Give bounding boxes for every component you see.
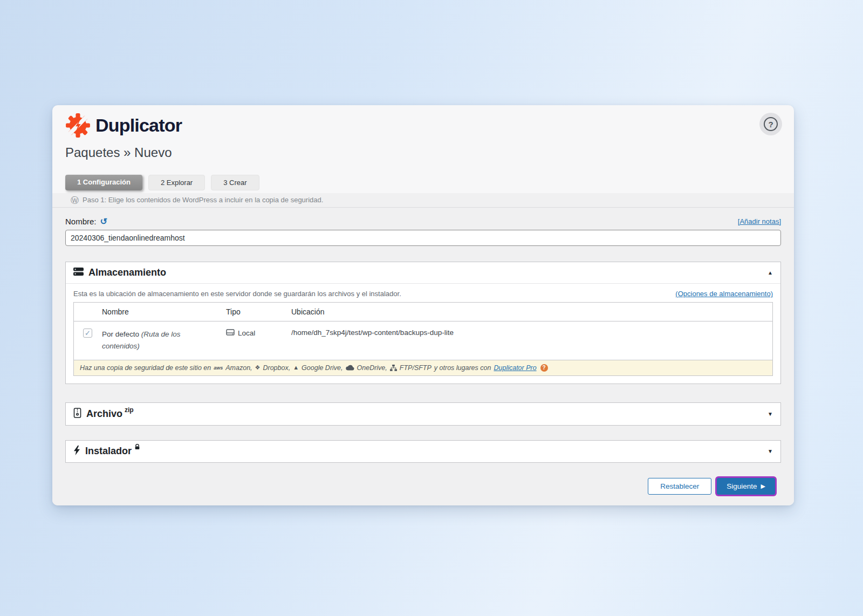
duplicator-pro-link[interactable]: Duplicator Pro bbox=[494, 364, 536, 372]
name-row: Nombre: ↺ [Añadir notas] bbox=[65, 217, 781, 226]
duplicator-logo-icon bbox=[65, 113, 91, 138]
step-description-bar: Ⓦ Paso 1: Elige los contenidos de WordPr… bbox=[52, 193, 794, 208]
archive-title: Archivo bbox=[86, 408, 122, 420]
logo: Duplicator bbox=[65, 113, 781, 138]
card-body: Nombre: ↺ [Añadir notas] Almacenamiento … bbox=[52, 208, 794, 505]
next-button[interactable]: Siguiente ▶ bbox=[717, 478, 775, 495]
footer-actions: Restablecer Siguiente ▶ bbox=[65, 478, 781, 495]
storage-title: Almacenamiento bbox=[88, 267, 166, 278]
expand-icon[interactable]: ▼ bbox=[768, 411, 773, 417]
question-badge-icon[interactable]: ? bbox=[540, 364, 548, 372]
lightning-icon bbox=[73, 446, 80, 457]
tab-crear[interactable]: 3 Crear bbox=[211, 175, 259, 190]
onedrive-icon bbox=[346, 365, 354, 371]
name-label: Nombre: ↺ bbox=[65, 217, 107, 226]
lock-icon bbox=[134, 442, 140, 452]
storage-location-path: /home/dh_7skp4j/test/wp-content/backups-… bbox=[291, 328, 454, 337]
storage-header[interactable]: Almacenamiento ▲ bbox=[66, 262, 780, 284]
storage-type-cell: Local bbox=[226, 328, 283, 338]
help-button[interactable]: ? bbox=[759, 113, 782, 135]
local-drive-icon bbox=[226, 328, 235, 338]
card-header: ? bbox=[52, 105, 794, 160]
dropbox-icon: ❖ bbox=[255, 365, 261, 371]
storage-table: Nombre Tipo Ubicación ✓ Por bbox=[73, 302, 773, 376]
storage-description: Esta es la ubicación de almacenamiento e… bbox=[73, 290, 401, 298]
step-tabs: 1 Configuración 2 Explorar 3 Crear bbox=[52, 175, 794, 190]
tab-explorar[interactable]: 2 Explorar bbox=[148, 175, 205, 190]
reset-button[interactable]: Restablecer bbox=[648, 478, 711, 495]
collapse-icon[interactable]: ▲ bbox=[768, 270, 773, 276]
server-icon bbox=[73, 267, 84, 278]
wordpress-icon: Ⓦ bbox=[71, 196, 79, 204]
duplicator-panel: ? bbox=[52, 105, 794, 505]
play-arrow-icon: ▶ bbox=[761, 483, 765, 489]
column-header-type: Tipo bbox=[222, 303, 287, 321]
app-title: Duplicator bbox=[95, 115, 182, 136]
column-header-name: Nombre bbox=[98, 303, 222, 321]
add-notes-link[interactable]: [Añadir notas] bbox=[738, 217, 781, 225]
installer-header[interactable]: Instalador ▼ bbox=[66, 441, 780, 462]
package-name-input[interactable] bbox=[65, 230, 781, 246]
column-header-location: Ubicación bbox=[287, 303, 772, 321]
archive-section: Archivo zip ▼ bbox=[65, 402, 781, 426]
storage-description-row: Esta es la ubicación de almacenamiento e… bbox=[66, 284, 780, 302]
installer-section: Instalador ▼ bbox=[65, 440, 781, 463]
storage-name-cell: Por defecto (Ruta de los contenidos) bbox=[102, 328, 202, 353]
storage-section: Almacenamiento ▲ Esta es la ubicación de… bbox=[65, 262, 781, 384]
reset-name-icon[interactable]: ↺ bbox=[100, 217, 107, 226]
column-header-checkbox bbox=[74, 303, 98, 321]
archive-header[interactable]: Archivo zip ▼ bbox=[66, 403, 780, 425]
table-row: ✓ Por defecto (Ruta de los contenidos) bbox=[74, 321, 772, 360]
google-drive-icon: ▲ bbox=[293, 365, 299, 371]
storage-options-link[interactable]: (Opciones de almacenamiento) bbox=[675, 290, 773, 298]
ftp-sftp-icon bbox=[390, 365, 397, 371]
zip-file-icon bbox=[73, 408, 81, 420]
expand-icon[interactable]: ▼ bbox=[768, 448, 773, 454]
archive-zip-sup: zip bbox=[125, 406, 134, 414]
installer-title: Instalador bbox=[85, 446, 132, 457]
step-description: Paso 1: Elige los contenidos de WordPres… bbox=[83, 196, 323, 204]
pro-promo-bar: Haz una copia de seguridad de este sitio… bbox=[74, 360, 772, 375]
aws-icon: aws bbox=[214, 365, 223, 371]
help-icon: ? bbox=[764, 117, 778, 131]
breadcrumb: Paquetes » Nuevo bbox=[65, 145, 781, 160]
storage-default-checkbox[interactable]: ✓ bbox=[83, 328, 92, 338]
tab-configuracion[interactable]: 1 Configuración bbox=[65, 175, 142, 190]
